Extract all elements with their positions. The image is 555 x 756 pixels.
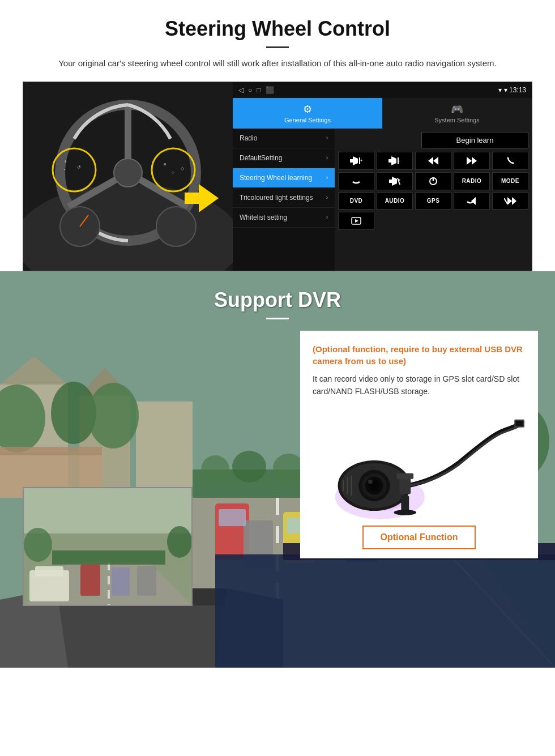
- svg-marker-40: [507, 197, 512, 205]
- steering-wheel-image: + - ↺ ≡ ○ ◇: [23, 82, 233, 271]
- svg-text:≡: ≡: [164, 162, 166, 167]
- gear-icon: ⚙: [303, 103, 312, 116]
- ctrl-media[interactable]: [338, 212, 374, 230]
- tab-bar: ⚙ General Settings 🎮 System Settings: [233, 98, 532, 129]
- svg-marker-30: [467, 157, 472, 165]
- svg-text:◇: ◇: [181, 166, 185, 171]
- menu-default-label: DefaultSetting: [240, 154, 282, 162]
- dvr-layout: (Optional function, require to buy exter…: [0, 331, 555, 606]
- subtitle-text: Your original car's steering wheel contr…: [45, 57, 510, 70]
- begin-learn-row: Begin learn: [338, 132, 528, 148]
- svg-line-39: [504, 198, 507, 204]
- svg-text:↺: ↺: [77, 165, 81, 170]
- ctrl-gps[interactable]: GPS: [415, 193, 451, 210]
- ctrl-cut-next[interactable]: [492, 193, 528, 210]
- menu-arrow-tricolour: ›: [326, 194, 328, 200]
- menu-arrow-radio: ›: [326, 135, 328, 141]
- svg-rect-106: [399, 477, 411, 494]
- system-icon: 🎮: [451, 103, 463, 116]
- svg-point-91: [167, 526, 192, 558]
- ui-mockup: + - ↺ ≡ ○ ◇ ◁ ○ □ ⬛: [23, 82, 532, 271]
- svg-rect-19: [185, 193, 200, 204]
- signal-icon: ▾: [498, 86, 503, 94]
- svg-rect-87: [52, 550, 165, 565]
- wifi-icon: ▾: [504, 86, 509, 94]
- menu-arrow-whitelist: ›: [326, 214, 328, 220]
- svg-rect-81: [24, 488, 193, 533]
- dvr-preview-box: [23, 487, 193, 606]
- menu-item-whitelist[interactable]: Whitelist setting ›: [233, 208, 335, 228]
- svg-rect-20: [350, 159, 353, 163]
- svg-rect-32: [389, 180, 392, 183]
- tab-general-settings[interactable]: ⚙ General Settings: [233, 98, 382, 129]
- svg-rect-84: [80, 565, 100, 596]
- ctrl-dvd[interactable]: DVD: [338, 193, 374, 210]
- control-grid: + -: [338, 152, 528, 230]
- android-screen: ◁ ○ □ ⬛ ▾ ▾ 13:13 ⚙ General Settings: [233, 82, 532, 271]
- svg-marker-25: [391, 156, 396, 165]
- ctrl-call[interactable]: [492, 152, 528, 170]
- svg-point-109: [394, 510, 416, 515]
- ctrl-radio[interactable]: RADIO: [454, 172, 490, 190]
- ctrl-vol-up[interactable]: +: [338, 152, 374, 170]
- menu-arrow-steering: ›: [326, 174, 328, 181]
- tab-system-label: System Settings: [434, 117, 479, 123]
- ctrl-mode[interactable]: MODE: [492, 172, 528, 190]
- clock: 13:13: [509, 86, 526, 94]
- ctrl-power[interactable]: [415, 172, 451, 190]
- svg-text:-: -: [64, 166, 66, 172]
- svg-marker-31: [472, 157, 477, 165]
- ctrl-vol-down[interactable]: -: [377, 152, 413, 170]
- dvr-desc-text: It can record video only to storage in G…: [313, 373, 526, 398]
- begin-learn-button[interactable]: Begin learn: [421, 132, 528, 148]
- tab-general-label: General Settings: [284, 117, 331, 123]
- svg-marker-33: [392, 177, 397, 186]
- svg-rect-24: [388, 159, 391, 163]
- ctrl-next[interactable]: [454, 152, 490, 170]
- recents-icon: □: [257, 86, 261, 94]
- dvr-left-panel: [17, 331, 289, 606]
- menu-whitelist-label: Whitelist setting: [240, 213, 287, 221]
- svg-text:-: -: [399, 158, 400, 163]
- svg-marker-38: [471, 197, 476, 205]
- menu-steering-label: Steering Wheel learning: [240, 174, 312, 182]
- dvr-camera-illustration: [313, 407, 526, 520]
- svg-marker-21: [353, 156, 358, 165]
- status-bar: ◁ ○ □ ⬛ ▾ ▾ 13:13: [233, 82, 532, 98]
- dvr-title: Support DVR: [0, 288, 555, 312]
- svg-point-100: [368, 480, 373, 484]
- ctrl-hangup[interactable]: [338, 172, 374, 190]
- menu-radio-label: Radio: [240, 134, 257, 142]
- optional-function-button[interactable]: Optional Function: [362, 526, 476, 549]
- svg-point-8: [156, 207, 196, 246]
- svg-text:+: +: [360, 158, 362, 163]
- ctrl-call-prev[interactable]: [454, 193, 490, 210]
- ctrl-prev[interactable]: [415, 152, 451, 170]
- menu-arrow-default: ›: [326, 155, 328, 161]
- menu-tricolour-label: Tricoloured light settings: [240, 194, 313, 202]
- menu-item-radio[interactable]: Radio ›: [233, 129, 335, 148]
- svg-marker-28: [433, 157, 438, 165]
- status-time: ▾ ▾ 13:13: [498, 86, 526, 94]
- svg-marker-41: [512, 197, 516, 205]
- ctrl-mute[interactable]: ×: [377, 172, 413, 190]
- svg-rect-86: [137, 566, 156, 596]
- svg-rect-107: [396, 473, 413, 479]
- dvr-section: Support DVR: [0, 271, 555, 668]
- home-icon: ○: [248, 86, 252, 94]
- svg-rect-105: [515, 421, 523, 426]
- left-menu: Radio › DefaultSetting › Steering Wheel …: [233, 129, 335, 271]
- menu-item-steering[interactable]: Steering Wheel learning ›: [233, 168, 335, 188]
- svg-marker-29: [428, 157, 433, 165]
- svg-text:○: ○: [172, 170, 174, 175]
- steering-wheel-section: Steering Wheel Control Your original car…: [0, 0, 555, 271]
- right-panel: Begin learn + -: [335, 129, 532, 271]
- menu-item-tricolour[interactable]: Tricoloured light settings ›: [233, 188, 335, 208]
- svg-text:×: ×: [398, 177, 400, 183]
- ctrl-audio[interactable]: AUDIO: [377, 193, 413, 210]
- svg-point-90: [24, 528, 52, 562]
- svg-rect-89: [35, 566, 63, 576]
- dvr-right-panel: (Optional function, require to buy exter…: [300, 331, 538, 559]
- tab-system-settings[interactable]: 🎮 System Settings: [382, 98, 532, 129]
- menu-item-default[interactable]: DefaultSetting ›: [233, 148, 335, 168]
